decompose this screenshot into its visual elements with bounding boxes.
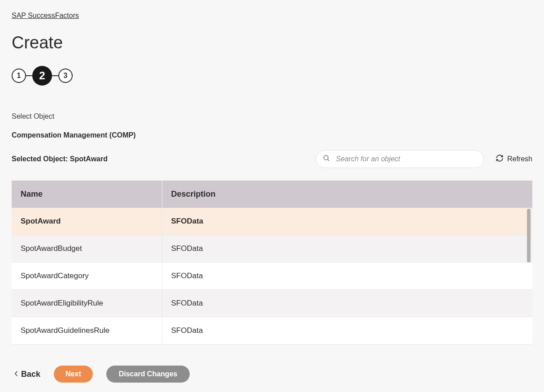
svg-line-1 [327,159,329,161]
chevron-left-icon [14,370,18,379]
cell-name: SpotAwardBudget [12,235,162,263]
section-label: Select Object [12,112,532,121]
cell-name: SpotAward [12,208,162,235]
page-title: Create [12,33,532,52]
step-connector [52,75,58,76]
breadcrumb[interactable]: SAP SuccessFactors [12,12,79,20]
search-box[interactable] [316,150,484,168]
cell-description: SFOData [162,208,532,235]
search-input[interactable] [336,155,477,163]
table-header-name: Name [12,181,162,208]
stepper: 1 2 3 [12,66,532,86]
table-row[interactable]: SpotAwardGuidelinesRuleSFOData [12,317,532,345]
cell-name: SpotAwardCategory [12,263,162,290]
cell-description: SFOData [162,263,532,290]
cell-name: SpotAwardEligibilityRule [12,290,162,317]
step-1[interactable]: 1 [12,69,26,83]
svg-point-0 [324,155,328,160]
refresh-icon [496,154,504,164]
table-row[interactable]: SpotAwardSFOData [12,208,532,235]
table-row[interactable]: SpotAwardCategorySFOData [12,263,532,290]
cell-name: SpotAwardGuidelinesRule [12,317,162,345]
table-row[interactable]: SpotAwardEligibilityRuleSFOData [12,290,532,317]
scrollbar[interactable] [527,209,531,263]
step-2[interactable]: 2 [32,66,52,86]
back-button[interactable]: Back [14,370,40,379]
discard-button[interactable]: Discard Changes [106,366,190,383]
step-connector [26,75,32,76]
selected-object-label: Selected Object: SpotAward [12,155,108,163]
table-header-description: Description [162,181,532,208]
next-button[interactable]: Next [54,366,93,383]
cell-description: SFOData [162,317,532,345]
refresh-label: Refresh [507,155,532,163]
refresh-button[interactable]: Refresh [496,154,532,164]
table-row[interactable]: SpotAwardBudgetSFOData [12,235,532,263]
cell-description: SFOData [162,235,532,263]
module-label: Compensation Management (COMP) [12,131,532,139]
back-label: Back [21,370,40,379]
search-icon [322,154,336,164]
step-3[interactable]: 3 [58,69,73,83]
cell-description: SFOData [162,290,532,317]
